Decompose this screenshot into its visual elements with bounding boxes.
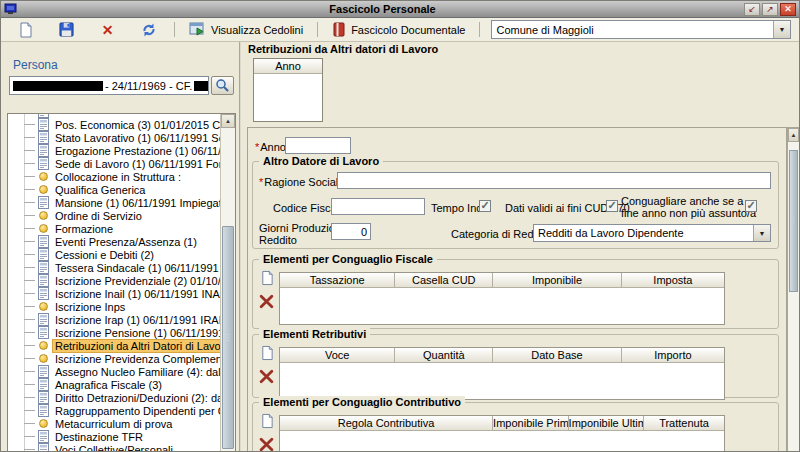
form-icon (38, 365, 49, 378)
column-header: Trattenuta (644, 416, 724, 430)
tempo-ind-checkbox[interactable] (479, 200, 491, 212)
tree-item[interactable]: Voci Collettive/Personali (8, 443, 220, 452)
redacted-person-name (13, 81, 103, 91)
tree-scrollbar-thumb[interactable] (222, 226, 234, 449)
bullet-icon (38, 222, 49, 235)
bullet-icon (38, 417, 49, 430)
conguaglio-contributivo-section: Elementi per Conguaglio ContributivoRego… (252, 402, 779, 452)
delete-row-button[interactable] (257, 367, 275, 385)
anno-column-header: Anno (254, 59, 322, 74)
anno-field-label: *Anno (255, 141, 286, 153)
tree-item[interactable]: Erogazione Prestazione (1) 06/11/1991 Fu… (8, 144, 220, 157)
tree-item[interactable]: Ordine di Servizio (8, 209, 220, 222)
refresh-button[interactable] (128, 20, 169, 40)
form-icon (38, 313, 49, 326)
delete-row-button[interactable] (257, 292, 275, 310)
delete-row-button[interactable] (257, 435, 275, 452)
ragione-sociale-input[interactable] (337, 172, 771, 189)
anno-listbox[interactable]: Anno (253, 58, 323, 122)
save-icon (59, 22, 74, 37)
tree-item[interactable]: Destinazione TFR (8, 430, 220, 443)
bullet-icon (38, 352, 49, 365)
tree-item[interactable]: Iscrizione Previdenza Complementare (8, 352, 220, 365)
restore-down-button[interactable]: ↙ (744, 3, 760, 16)
bullet-icon (38, 300, 49, 313)
tree-item[interactable]: Assegno Nucleo Familiare (4): dal 01/07/… (8, 365, 220, 378)
table-body-empty[interactable] (280, 363, 724, 399)
tree-item[interactable]: Metacurriculum di prova (8, 417, 220, 430)
section-table[interactable]: Regola ContributivaImponibile PrimoImpon… (279, 415, 725, 452)
tree-item-label: Destinazione TFR (53, 431, 145, 443)
section-table[interactable]: VoceQuantitàDato BaseImporto (279, 347, 725, 400)
column-header: Casella CUD (395, 273, 493, 287)
conguagliare-checkbox[interactable] (745, 200, 757, 212)
fascicolo-personale-window: Fascicolo Personale ↙ ↗ ✕ ✕ Visualizza C… (0, 0, 800, 452)
tree-item[interactable]: Iscrizione Inps (8, 300, 220, 313)
page-title: Retribuzioni da Altri datori di Lavoro (248, 43, 438, 55)
tree-item[interactable]: Diritto Detrazioni/Deduzioni (2): da 1/2… (8, 391, 220, 404)
anno-input[interactable] (285, 137, 351, 154)
tree-item[interactable]: Anagrafica Fiscale (3) (8, 378, 220, 391)
tree-item[interactable]: Cessioni e Debiti (2) (8, 248, 220, 261)
section-table[interactable]: TassazioneCasella CUDImponibileImposta (279, 272, 725, 325)
form-scrollbar-thumb[interactable] (789, 150, 798, 292)
tree-item[interactable]: Mansione (1) 06/11/1991 Impiegato (8, 196, 220, 209)
ente-combobox[interactable]: Comune di Maggioli ▼ (491, 20, 791, 39)
add-row-button[interactable] (258, 269, 276, 287)
search-icon (215, 78, 230, 93)
tree-item-label: Tessera Sindacale (1) 06/11/1991 CISL (53, 262, 220, 274)
table-body-empty[interactable] (280, 431, 724, 452)
tree-scrollbar[interactable]: ▲ (220, 114, 235, 452)
dati-validi-checkbox[interactable] (606, 200, 618, 212)
add-row-button[interactable] (258, 412, 276, 430)
tree-item-label: Mansione (1) 06/11/1991 Impiegato (53, 197, 220, 209)
form-icon (38, 378, 49, 391)
persona-lookup-button[interactable] (211, 76, 234, 95)
tree-item-label: Eventi Presenza/Assenza (1) (53, 236, 199, 248)
bullet-icon (38, 209, 49, 222)
table-body-empty[interactable] (280, 288, 724, 324)
tree-item-label: Iscrizione Inail (1) 06/11/1991 INAIL - … (53, 288, 220, 300)
persona-section-label: Persona (13, 58, 58, 72)
tree-item-label: Iscrizione Previdenziale (2) 01/10/2015 … (53, 275, 220, 287)
tree-item[interactable]: Retribuzioni da Altri Datori di Lavoro (8, 339, 220, 352)
form-icon (38, 443, 49, 452)
save-button[interactable] (46, 20, 87, 40)
tree-item[interactable]: Pos. Economica (3) 01/01/2015 Cat. B - P… (8, 118, 220, 131)
tree-item[interactable]: Iscrizione Inail (1) 06/11/1991 INAIL - … (8, 287, 220, 300)
tree-item[interactable]: Eventi Presenza/Assenza (1) (8, 235, 220, 248)
categoria-reddito-combobox[interactable]: Redditi da Lavoro Dipendente ▼ (533, 224, 771, 242)
tree-item[interactable]: Iscrizione Irap (1) 06/11/1991 IRAP - Im… (8, 313, 220, 326)
tree-item[interactable]: Stato Lavorativo (1) 06/11/1991 Servizio… (8, 131, 220, 144)
tree-item[interactable]: Sede di Lavoro (1) 06/11/1991 Fores (8, 157, 220, 170)
new-record-button[interactable] (5, 20, 46, 40)
tree-item-label: Anagrafica Fiscale (3) (53, 379, 164, 391)
column-header: Imponibile Primo (493, 416, 568, 430)
tree-item[interactable]: Collocazione in Struttura : (8, 170, 220, 183)
visualizza-cedolini-button[interactable]: Visualizza Cedolini (180, 20, 312, 40)
tempo-ind-label: Tempo Ind. (431, 202, 485, 214)
persona-search-field[interactable]: - 24/11/1969 - CF. (9, 76, 209, 95)
tree-item[interactable]: Qualifica Generica (8, 183, 220, 196)
delete-button[interactable]: ✕ (87, 20, 128, 40)
add-row-button[interactable] (258, 344, 276, 362)
conguaglio-fiscale-section: Elementi per Conguaglio FiscaleTassazion… (252, 259, 779, 329)
chevron-down-icon[interactable]: ▼ (773, 21, 790, 38)
form-scrollbar[interactable]: ▲ (787, 127, 800, 452)
codice-fiscale-input[interactable] (331, 198, 425, 215)
column-header: Imposta (622, 273, 724, 287)
tree-item[interactable]: Formazione (8, 222, 220, 235)
tree-item[interactable]: Iscrizione Previdenziale (2) 01/10/2015 … (8, 274, 220, 287)
tree-item[interactable]: Iscrizione Pensione (1) 06/11/1991 CPDEL… (8, 326, 220, 339)
person-tree: Pos. Economica (3) 01/01/2015 Cat. B - P… (7, 113, 236, 452)
giorni-produzione-input[interactable] (331, 223, 371, 240)
maximize-button[interactable]: ↗ (762, 3, 778, 16)
close-button[interactable]: ✕ (780, 3, 796, 16)
fascicolo-documentale-button[interactable]: Fascicolo Documentale (323, 20, 474, 40)
scroll-up-icon[interactable]: ▲ (221, 114, 235, 128)
toolbar-separator (174, 22, 175, 37)
scroll-up-icon[interactable]: ▲ (788, 128, 799, 142)
tree-item[interactable]: Tessera Sindacale (1) 06/11/1991 CISL (8, 261, 220, 274)
chevron-down-icon[interactable]: ▼ (753, 225, 770, 241)
tree-item[interactable]: Raggruppamento Dipendenti per Contabiliz… (8, 404, 220, 417)
